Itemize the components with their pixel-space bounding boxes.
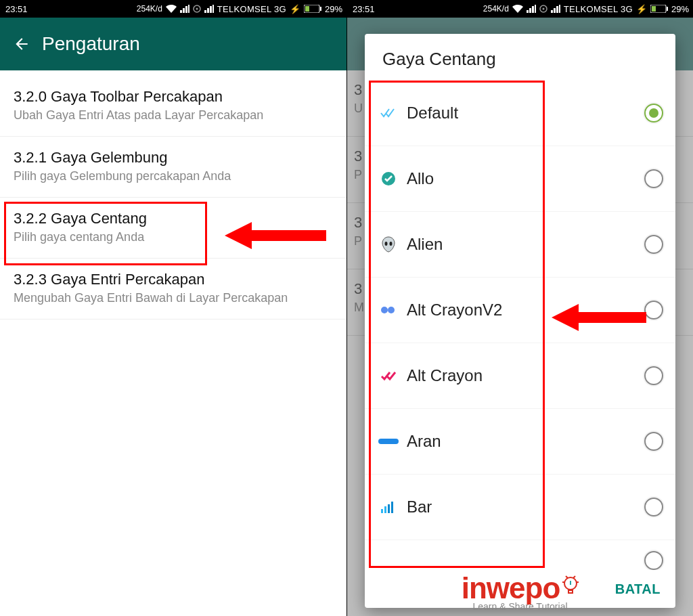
svg-rect-19 [388,504,390,513]
status-right-group: 254K/d TELKOMSEL 3G ⚡ 29% [483,4,689,14]
status-battery-pct: 29% [325,4,342,14]
svg-rect-17 [381,509,383,513]
signal-icon-2 [204,5,214,13]
radio[interactable] [644,235,663,254]
setting-item-tick-style[interactable]: 3.2.2 Gaya Centang Pilih gaya centang An… [0,198,346,259]
header-title: Pengaturan [42,33,140,55]
signal-icon-2 [551,5,560,13]
back-button[interactable] [8,35,35,53]
option-default[interactable]: Default [365,81,675,146]
radio-selected[interactable] [644,104,663,123]
charging-icon: ⚡ [636,4,647,14]
allo-tick-icon [377,171,400,186]
wifi-icon [512,5,523,13]
setting-subtitle: Mengubah Gaya Entri Bawah di Layar Perca… [14,291,333,305]
svg-rect-20 [391,502,393,513]
signal-icon [180,5,189,13]
cancel-button[interactable]: BATAL [615,581,661,597]
bar-tick-icon [377,501,400,513]
radio[interactable] [644,432,663,451]
option-allo[interactable]: Allo [365,146,675,212]
status-battery-pct: 29% [671,4,689,14]
option-label: Alien [407,235,644,254]
svg-rect-3 [305,6,309,12]
radio[interactable] [644,169,663,188]
crayon-tick-icon [377,370,400,381]
status-time: 23:51 [351,4,375,14]
svg-point-13 [390,242,393,246]
dialog-footer: BATAL [365,570,675,608]
status-bar: 23:51 254K/d TELKOMSEL 3G ⚡ 29% [0,0,346,18]
option-label: Aran [407,432,644,451]
gear-icon [539,5,547,13]
option-alt-crayon[interactable]: Alt Crayon [365,343,675,409]
svg-point-7 [542,8,544,10]
option-bar[interactable]: Bar [365,475,675,540]
status-net-speed: 254K/d [483,4,509,14]
svg-rect-9 [652,6,656,12]
battery-icon [304,5,321,13]
svg-point-15 [388,307,395,313]
status-net-speed: 254K/d [137,4,162,14]
settings-list: 3.2.0 Gaya Toolbar Percakapan Ubah Gaya … [0,70,346,320]
status-carrier: TELKOMSEL 3G [564,4,633,14]
charging-icon: ⚡ [290,4,300,14]
gear-icon [193,5,201,13]
option-label: Default [407,104,644,123]
status-carrier: TELKOMSEL 3G [217,4,286,14]
radio[interactable] [644,301,663,320]
dialog-body: Default Allo Alien [365,81,675,570]
svg-rect-16 [378,439,399,444]
tick-style-dialog: Gaya Centang Default Allo [365,34,675,608]
wifi-icon [166,5,177,13]
dialog-options[interactable]: Default Allo Alien [365,81,675,570]
setting-subtitle: Pilih gaya centang Anda [14,230,333,244]
radio[interactable] [644,498,663,516]
app-header: Pengaturan [0,18,346,70]
default-tick-icon [377,108,400,118]
option-label: Alt CrayonV2 [407,301,644,320]
option-alt-crayon-v2[interactable]: Alt CrayonV2 [365,278,675,343]
setting-subtitle: Pilih gaya Gelembung percakapan Anda [14,169,333,183]
crayonv2-tick-icon [377,305,400,315]
option-aran[interactable]: Aran [365,409,675,475]
svg-rect-4 [320,7,321,11]
aran-tick-icon [377,437,400,446]
option-partial[interactable] [365,540,675,570]
setting-title: 3.2.2 Gaya Centang [14,210,333,227]
status-bar: 23:51 254K/d TELKOMSEL 3G ⚡ 29% [347,0,693,18]
svg-rect-18 [384,506,386,513]
option-label: Bar [407,498,644,516]
status-right-group: 254K/d TELKOMSEL 3G ⚡ 29% [137,4,342,14]
setting-item-bubble-style[interactable]: 3.2.1 Gaya Gelembung Pilih gaya Gelembun… [0,137,346,198]
alien-tick-icon [377,236,400,252]
battery-icon [650,5,668,13]
svg-point-12 [385,242,388,246]
status-time: 23:51 [4,4,28,14]
radio[interactable] [644,366,663,385]
option-alien[interactable]: Alien [365,212,675,278]
svg-point-14 [381,307,388,313]
setting-item-toolbar-style[interactable]: 3.2.0 Gaya Toolbar Percakapan Ubah Gaya … [0,70,346,137]
dialog-title: Gaya Centang [365,34,675,81]
setting-subtitle: Ubah Gaya Entri Atas pada Layar Percakap… [14,108,333,123]
screen-dialog: 23:51 254K/d TELKOMSEL 3G ⚡ 29% 3U 3P 3P… [346,0,693,616]
setting-title: 3.2.1 Gaya Gelembung [14,149,333,167]
radio[interactable] [644,551,663,570]
screen-settings: 23:51 254K/d TELKOMSEL 3G ⚡ 29% [0,0,346,616]
setting-title: 3.2.0 Gaya Toolbar Percakapan [14,88,333,106]
option-label: Allo [407,169,644,188]
option-label: Alt Crayon [407,366,644,385]
svg-point-1 [196,8,198,10]
svg-rect-10 [667,7,668,11]
setting-item-entry-style[interactable]: 3.2.3 Gaya Entri Percakapan Mengubah Gay… [0,259,346,320]
signal-icon [527,5,536,13]
setting-title: 3.2.3 Gaya Entri Percakapan [14,271,333,288]
